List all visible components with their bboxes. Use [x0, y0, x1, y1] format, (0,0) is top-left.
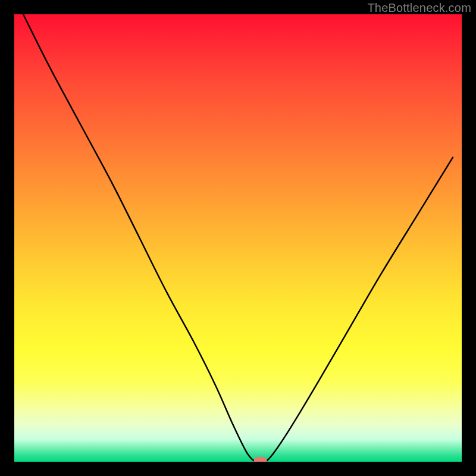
bottleneck-curve-path — [23, 14, 453, 462]
watermark-text: TheBottleneck.com — [367, 1, 471, 15]
optimal-point-marker — [254, 457, 267, 462]
plot-area — [14, 14, 462, 462]
bottleneck-chart: TheBottleneck.com — [0, 0, 476, 476]
curve-layer — [14, 14, 462, 462]
